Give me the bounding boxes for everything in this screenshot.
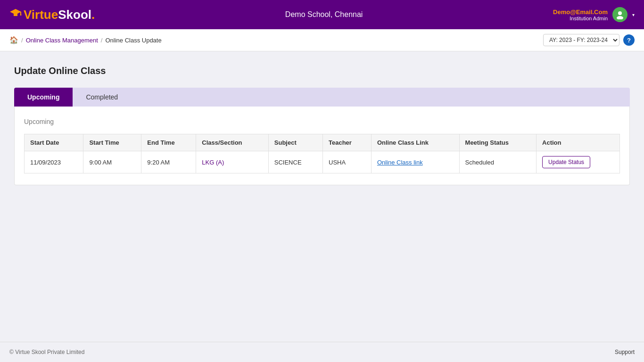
page-title: Update Online Class [14,66,630,76]
col-online-class-link: Online Class Link [371,134,459,151]
avatar[interactable] [612,7,627,22]
upcoming-table: Start Date Start Time End Time Class/Sec… [24,134,620,173]
tab-upcoming[interactable]: Upcoming [14,88,73,107]
section-title: Upcoming [24,118,620,125]
user-info: Demo@Email.Com Institution Admin [553,8,608,21]
main-content: Update Online Class Upcoming Completed U… [0,51,644,342]
header: VirtueSkool. Demo School, Chennai Demo@E… [0,0,644,29]
user-email: Demo@Email.Com [553,8,608,16]
person-icon [615,10,625,19]
svg-point-3 [20,14,22,16]
ay-selector[interactable]: AY: 2023 - FY: 2023-24 [543,34,619,46]
footer: © Virtue Skool Private Limited Support [0,342,644,362]
svg-rect-1 [14,14,17,16]
breadcrumb-sep-1: / [21,37,23,44]
col-end-time: End Time [141,134,196,151]
tab-completed[interactable]: Completed [73,88,131,107]
breadcrumb-link-online-class-management[interactable]: Online Class Management [26,37,98,44]
cell-end-time: 9:20 AM [141,151,196,173]
col-subject: Subject [268,134,322,151]
cell-action[interactable]: Update Status [537,151,620,173]
col-start-date: Start Date [25,134,83,151]
cell-meeting-status: Scheduled [459,151,537,173]
col-meeting-status: Meeting Status [459,134,537,151]
cell-subject: SCIENCE [268,151,322,173]
cap-icon [9,8,22,17]
copyright: © Virtue Skool Private Limited [9,349,84,355]
user-area[interactable]: Demo@Email.Com Institution Admin ▾ [553,7,635,22]
user-role: Institution Admin [553,16,608,21]
col-start-time: Start Time [83,134,141,151]
cell-start-date: 11/09/2023 [25,151,83,173]
card: Upcoming Start Date Start Time End Time … [14,107,630,185]
cell-class-section: LKG (A) [196,151,268,173]
logo: VirtueSkool. [9,8,95,22]
col-class-section: Class/Section [196,134,268,151]
table-row: 11/09/2023 9:00 AM 9:20 AM LKG (A) SCIEN… [25,151,620,173]
svg-point-5 [617,16,623,19]
breadcrumb-current: Online Class Update [105,37,161,44]
breadcrumb-bar: 🏠 / Online Class Management / Online Cla… [0,29,644,51]
logo-text: VirtueSkool. [24,8,95,22]
home-icon[interactable]: 🏠 [9,36,18,44]
cell-online-class-link[interactable]: Online Class link [371,151,459,173]
support-link[interactable]: Support [615,349,635,355]
breadcrumb: 🏠 / Online Class Management / Online Cla… [9,36,162,44]
tabs-bar: Upcoming Completed [14,88,630,107]
breadcrumb-right: AY: 2023 - FY: 2023-24 ? [543,34,635,46]
breadcrumb-sep-2: / [101,37,103,44]
table-header-row: Start Date Start Time End Time Class/Sec… [25,134,620,151]
update-status-button[interactable]: Update Status [542,156,590,168]
col-teacher: Teacher [323,134,372,151]
cell-start-time: 9:00 AM [83,151,141,173]
svg-point-4 [618,11,622,15]
cell-teacher: USHA [323,151,372,173]
help-button[interactable]: ? [623,34,635,46]
col-action: Action [537,134,620,151]
school-name: Demo School, Chennai [285,10,363,19]
chevron-down-icon[interactable]: ▾ [632,12,635,17]
